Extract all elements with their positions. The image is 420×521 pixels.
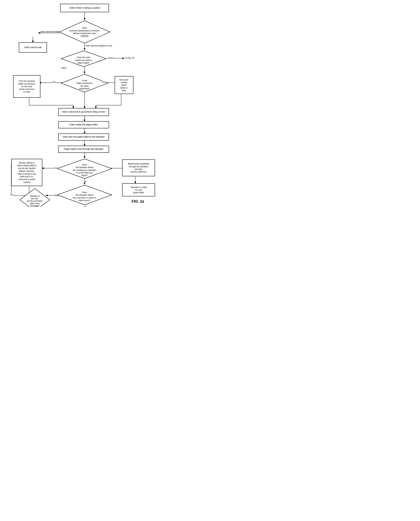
audio-label: Audio xyxy=(108,57,113,59)
yes-ambiguous-label: Yes xyxy=(54,167,58,169)
ambiguous-diamond: Does the tabulator detect any ambiguous … xyxy=(56,158,113,180)
ineligible-label: Voter deemed ineligible xyxy=(40,30,62,33)
yes-preprinted-label: Yes xyxy=(101,81,105,83)
ballot-feeds-box: Ballot feeds completely through the tabu… xyxy=(122,159,155,176)
take-tabulator-box: Voter take the paper ballot to the tabul… xyxy=(58,133,109,141)
fig-label: FIG. 1a xyxy=(132,199,144,204)
fed-tabulator-box: Paper ballot is fed through the tabulato… xyxy=(58,146,109,153)
tabulator-ask-diamond: Tabulator to ask user. Are the overvoted… xyxy=(19,188,51,207)
paper-label: Paper xyxy=(61,67,67,69)
ready-next-box: Tabulator is ready for next paper ballot xyxy=(122,183,155,196)
no-ambiguous-label: No xyxy=(84,180,87,182)
no-tabulator-label: No xyxy=(10,194,13,196)
no-preprinted-label: No xyxy=(52,81,55,83)
cannot-vote-box: Voter cannot vote xyxy=(19,42,47,53)
marks-ballot-box: Voter marks the paper ballot xyxy=(58,121,109,128)
issue-preprinted-box: Issue pre- printed paper ballot to voter xyxy=(115,76,133,94)
enter-location-box: Voter Enters Voting Location xyxy=(60,4,109,12)
overvotes-diamond: Does the tabulator detect any overvotes … xyxy=(56,184,113,206)
no-overvotes-label: No xyxy=(84,205,87,207)
identification-diamond: Voter presents identification to electio… xyxy=(58,20,111,44)
preprinted-diamond: Is the ballot required by the voter prep… xyxy=(60,73,109,93)
print-ondemand-box: Print the required ballot 'on-demand' on… xyxy=(13,75,40,98)
audio-paper-diamond: Does the voter require an audio or paper… xyxy=(60,50,107,68)
yes-overvotes-label: Yes xyxy=(54,194,57,196)
to-fig1b-label: To Fig. 1b xyxy=(125,57,134,59)
election-official-box: Election official to place marked ballot… xyxy=(11,159,42,186)
eligible-label: Voter deemed eligible to vote xyxy=(85,45,112,47)
directed-screen-box: Voter is directed to go behind voting sc… xyxy=(58,108,109,116)
flowchart-diagram: Voter Enters Voting Location Voter prese… xyxy=(0,0,169,207)
